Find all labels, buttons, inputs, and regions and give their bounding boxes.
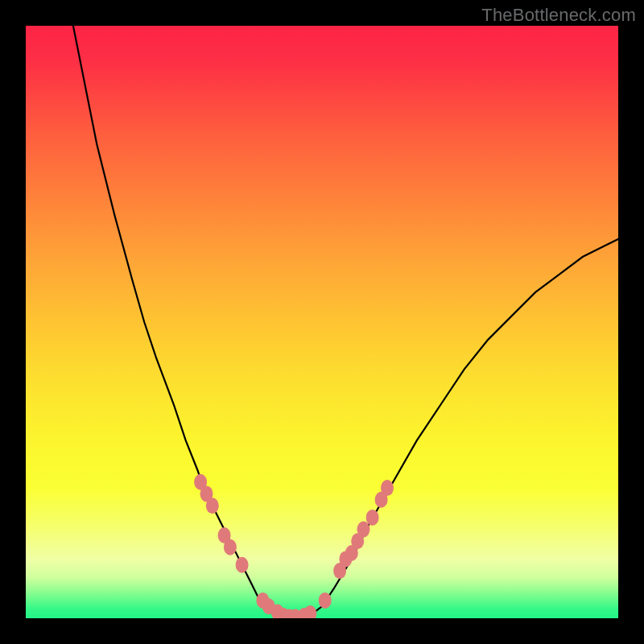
chart-frame: TheBottleneck.com xyxy=(0,0,644,644)
marker-dot xyxy=(206,497,219,514)
marker-cluster-right xyxy=(319,480,394,609)
marker-dot xyxy=(303,605,316,618)
marker-dot xyxy=(357,522,370,538)
curve-layer xyxy=(73,26,618,618)
marker-cluster-bottom xyxy=(277,605,316,618)
chart-svg xyxy=(26,26,618,618)
marker-dot xyxy=(236,557,249,573)
marker-dot xyxy=(366,510,379,526)
bottleneck-curve xyxy=(73,26,618,618)
marker-dot xyxy=(381,480,394,496)
watermark-text: TheBottleneck.com xyxy=(481,5,636,26)
marker-dot xyxy=(224,539,237,555)
marker-cluster-left xyxy=(194,474,284,618)
plot-area xyxy=(26,26,618,618)
marker-dot xyxy=(319,592,332,609)
